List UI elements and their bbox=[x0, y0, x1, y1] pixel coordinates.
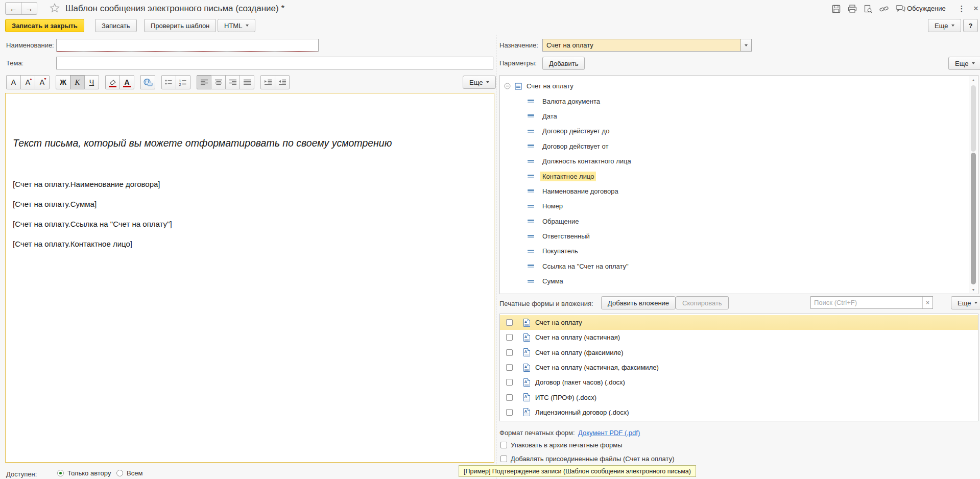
forward-button[interactable]: → bbox=[21, 2, 37, 15]
discussion-icon[interactable] bbox=[895, 4, 906, 13]
attachment-row[interactable]: АСчет на оплату bbox=[500, 315, 978, 330]
align-left-button[interactable] bbox=[197, 75, 211, 89]
font-size-increase-button[interactable]: А▲ bbox=[20, 75, 35, 89]
tree-item[interactable]: Наименование договора bbox=[500, 184, 978, 199]
add-attachment-button[interactable]: Добавить вложение bbox=[601, 296, 676, 309]
attachment-row[interactable]: АЛицензионный договор (.docx) bbox=[500, 405, 978, 420]
scrollbar-segment[interactable] bbox=[971, 85, 976, 152]
highlight-color-button[interactable] bbox=[105, 75, 120, 89]
attachment-row[interactable]: АСчет на оплату (частичная, факсимиле) bbox=[500, 360, 978, 375]
tree-scrollbar[interactable]: ▲ ▼ bbox=[969, 76, 977, 293]
close-icon[interactable]: × bbox=[970, 4, 980, 13]
tree-item[interactable]: Обращение bbox=[500, 214, 978, 229]
italic-button[interactable]: К bbox=[70, 75, 85, 89]
email-body-editor[interactable]: Текст письма, который вы можете отформат… bbox=[5, 93, 494, 463]
svg-text:А: А bbox=[524, 409, 528, 414]
tree-item[interactable]: Покупатель bbox=[500, 244, 978, 258]
panel-splitter[interactable] bbox=[496, 35, 496, 479]
font-button[interactable]: А bbox=[6, 75, 21, 89]
attachments-more-button[interactable]: Еще bbox=[951, 296, 980, 309]
html-mode-button[interactable]: HTML bbox=[218, 19, 255, 32]
archive-checkbox[interactable]: Упаковать в архив печатные формы bbox=[500, 441, 622, 449]
attachment-row[interactable]: АСчет на оплату (факсимиле) bbox=[500, 345, 978, 360]
attachment-row[interactable]: АСчет на оплату (частичная) bbox=[500, 330, 978, 345]
clear-search-icon[interactable]: × bbox=[922, 297, 933, 308]
help-button[interactable]: ? bbox=[963, 19, 978, 32]
tree-root-row[interactable]: Счет на оплату bbox=[500, 79, 978, 93]
tree-item[interactable]: Договор действует до bbox=[500, 124, 978, 138]
more-dots-icon[interactable]: ⋮ bbox=[956, 4, 967, 13]
print-format-link[interactable]: Документ PDF (.pdf) bbox=[578, 429, 640, 437]
font-size-decrease-button[interactable]: А▼ bbox=[35, 75, 50, 89]
add-parameter-button[interactable]: Добавить bbox=[542, 57, 585, 70]
tree-item[interactable]: Сумма bbox=[500, 274, 978, 289]
attachment-row[interactable]: АИТС (ПРОФ) (.docx) bbox=[500, 390, 978, 404]
document-icon: А bbox=[523, 378, 531, 387]
subject-input[interactable] bbox=[56, 57, 493, 69]
collapse-icon[interactable] bbox=[504, 83, 511, 89]
parameter-dash-icon bbox=[528, 280, 534, 283]
attachment-checkbox[interactable] bbox=[506, 319, 513, 326]
align-center-button[interactable] bbox=[211, 75, 226, 89]
indent-decrease-button[interactable] bbox=[275, 75, 290, 89]
radio-icon bbox=[116, 470, 123, 476]
discussion-label[interactable]: Обсуждение bbox=[907, 5, 946, 12]
scroll-up-icon[interactable]: ▲ bbox=[969, 76, 977, 83]
tree-item[interactable]: Договор действует от bbox=[500, 139, 978, 154]
link-icon[interactable] bbox=[878, 4, 890, 13]
attachment-checkbox[interactable] bbox=[506, 334, 513, 341]
purpose-dropdown-button[interactable] bbox=[741, 39, 752, 52]
document-icon: А bbox=[523, 393, 531, 401]
tree-item[interactable]: Валюта документа bbox=[500, 93, 978, 108]
scrollbar-thumb[interactable] bbox=[971, 153, 976, 284]
access-option-all[interactable]: Всем bbox=[116, 469, 142, 477]
attachment-row[interactable]: АДоговор (пакет часов) (.docx) bbox=[500, 375, 978, 390]
preview-icon[interactable] bbox=[863, 4, 874, 13]
underline-button[interactable]: Ч bbox=[84, 75, 99, 89]
required-field-marker bbox=[57, 52, 318, 52]
tree-item[interactable]: Дата bbox=[500, 109, 978, 124]
access-option-author[interactable]: Только автору bbox=[57, 469, 111, 477]
favorite-star-icon[interactable] bbox=[49, 3, 60, 12]
bold-glyph: Ж bbox=[60, 78, 66, 86]
tree-item[interactable]: Ответственный bbox=[500, 229, 978, 244]
insert-link-button[interactable] bbox=[140, 75, 155, 89]
attachment-checkbox[interactable] bbox=[506, 409, 513, 416]
attachment-checkbox[interactable] bbox=[506, 379, 513, 386]
copy-attachment-button[interactable]: Скопировать bbox=[676, 296, 729, 309]
tree-item[interactable]: Ссылка на "Счет на оплату" bbox=[500, 259, 978, 274]
parameter-dash-icon bbox=[528, 160, 534, 163]
attachment-checkbox[interactable] bbox=[506, 394, 513, 401]
document-icon: А bbox=[523, 333, 531, 342]
indent-increase-button[interactable] bbox=[260, 75, 275, 89]
back-button[interactable]: ← bbox=[5, 2, 21, 15]
save-icon[interactable] bbox=[830, 4, 842, 13]
attachment-checkbox[interactable] bbox=[506, 349, 513, 356]
bulleted-list-button[interactable] bbox=[161, 75, 176, 89]
form-more-button[interactable]: Еще bbox=[928, 19, 961, 32]
save-close-button[interactable]: Записать и закрыть bbox=[5, 19, 84, 32]
scroll-down-icon[interactable]: ▼ bbox=[969, 286, 977, 293]
align-justify-button[interactable] bbox=[240, 75, 254, 89]
name-input[interactable] bbox=[56, 39, 319, 52]
attach-files-checkbox[interactable]: Добавлять присоединенные файлы (Счет на … bbox=[500, 455, 674, 463]
bold-button[interactable]: Ж bbox=[56, 75, 70, 89]
tree-item[interactable]: Контактное лицо bbox=[500, 169, 978, 183]
editor-more-button[interactable]: Еще bbox=[463, 76, 496, 89]
font-color-button[interactable]: А bbox=[119, 75, 134, 89]
align-right-button[interactable] bbox=[225, 75, 240, 89]
purpose-combobox[interactable]: Счет на оплату bbox=[542, 39, 752, 52]
print-icon[interactable] bbox=[847, 4, 858, 13]
document-icon: А bbox=[523, 364, 531, 372]
numbered-list-button[interactable]: 12 bbox=[176, 75, 190, 89]
params-more-button[interactable]: Еще bbox=[948, 57, 980, 70]
format-toolbar: АА▲А▼ЖКЧА12 bbox=[6, 75, 296, 89]
tree-item[interactable]: Должность контактного лица bbox=[500, 154, 978, 169]
tree-item[interactable]: Номер bbox=[500, 199, 978, 213]
attachment-checkbox[interactable] bbox=[506, 364, 513, 371]
tree-item-label: Наименование договора bbox=[540, 186, 620, 196]
check-template-button[interactable]: Проверить шаблон bbox=[144, 19, 216, 32]
italic-glyph: К bbox=[75, 78, 80, 87]
save-button[interactable]: Записать bbox=[95, 19, 137, 32]
search-input[interactable] bbox=[811, 297, 922, 308]
